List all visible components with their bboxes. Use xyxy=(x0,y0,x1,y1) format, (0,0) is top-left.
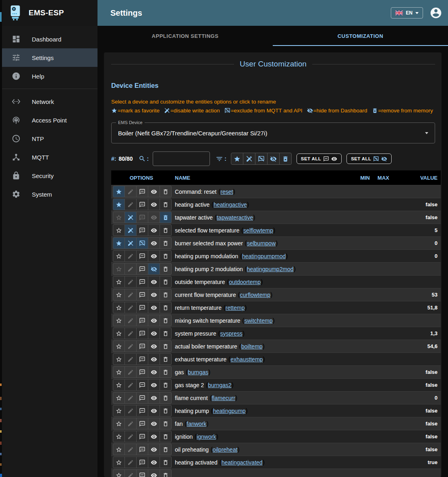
tab-application-settings[interactable]: APPLICATION SETTINGS xyxy=(97,26,273,46)
exclude-mqtt-button[interactable] xyxy=(136,263,148,275)
remove-memory-button[interactable] xyxy=(160,405,172,417)
hide-dashboard-button[interactable] xyxy=(148,353,160,365)
filter-exclude-mqtt-button[interactable] xyxy=(255,153,268,165)
entity-name-cell[interactable]: heating active (heatingactive) xyxy=(172,201,351,208)
remove-memory-button[interactable] xyxy=(160,186,172,197)
favorite-button[interactable] xyxy=(113,199,125,210)
favorite-button[interactable] xyxy=(113,340,125,352)
favorite-button[interactable] xyxy=(113,418,125,429)
disable-write-button[interactable] xyxy=(124,456,137,468)
sidebar-item-mqtt[interactable]: MQTT xyxy=(2,148,97,166)
exclude-mqtt-button[interactable] xyxy=(136,212,148,223)
hide-dashboard-button[interactable] xyxy=(148,199,160,210)
hide-dashboard-button[interactable] xyxy=(148,379,160,391)
entity-name-cell[interactable]: fan (fanwork) xyxy=(172,420,351,427)
disable-write-button[interactable] xyxy=(124,276,137,288)
sidebar-item-access-point[interactable]: Access Point xyxy=(2,111,97,129)
favorite-button[interactable] xyxy=(113,250,125,262)
exclude-mqtt-button[interactable] xyxy=(136,315,148,326)
exclude-mqtt-button[interactable] xyxy=(136,186,148,197)
hide-dashboard-button[interactable] xyxy=(148,456,160,468)
remove-memory-button[interactable] xyxy=(160,263,172,275)
disable-write-button[interactable] xyxy=(124,469,137,477)
favorite-button[interactable] xyxy=(113,444,125,455)
entity-code-link[interactable]: boiltemp xyxy=(241,343,263,350)
entity-name-cell[interactable]: heating pump (heatingpump) xyxy=(172,407,351,415)
hide-dashboard-button[interactable] xyxy=(148,276,160,288)
hide-dashboard-button[interactable] xyxy=(148,444,160,455)
hide-dashboard-button[interactable] xyxy=(148,366,160,378)
disable-write-button[interactable] xyxy=(124,366,137,378)
favorite-button[interactable] xyxy=(113,302,125,313)
entity-name-cell[interactable]: gas stage 2 (burngas2) xyxy=(172,382,351,389)
entity-name-cell[interactable]: selected flow temperature (selflowtemp) xyxy=(172,227,351,234)
entity-code-link[interactable]: tapwateractive xyxy=(217,214,253,221)
disable-write-button[interactable] xyxy=(124,444,137,455)
favorite-button[interactable] xyxy=(113,186,125,197)
entity-code-link[interactable]: heatingpump xyxy=(213,408,246,414)
hide-dashboard-button[interactable] xyxy=(148,224,160,236)
entity-name-cell[interactable]: actual boiler temperature (boiltemp) xyxy=(172,343,351,350)
disable-write-button[interactable] xyxy=(124,431,137,442)
sidebar-item-network[interactable]: Network xyxy=(2,92,97,111)
filter-favorite-button[interactable] xyxy=(231,153,243,165)
favorite-button[interactable] xyxy=(113,431,125,442)
filter-disable-write-button[interactable] xyxy=(243,153,255,165)
remove-memory-button[interactable] xyxy=(160,392,172,404)
disable-write-button[interactable] xyxy=(124,263,137,275)
exclude-mqtt-button[interactable] xyxy=(136,328,148,339)
entity-name-cell[interactable]: burner selected max power (selburnpow) xyxy=(172,240,351,247)
entity-code-link[interactable]: curflowtemp xyxy=(240,292,270,298)
entity-name-cell[interactable]: Command: reset (reset) xyxy=(172,188,351,195)
entity-code-link[interactable]: heatingactivated xyxy=(222,459,263,466)
entity-name-cell[interactable]: current flow temperature (curflowtemp) xyxy=(172,291,351,299)
entity-name-cell[interactable]: ignition (ignwork) xyxy=(172,433,351,440)
entity-name-cell[interactable]: flame current (flamecurr) xyxy=(172,394,351,402)
entity-name-cell[interactable]: gas (burngas) xyxy=(172,369,351,376)
hide-dashboard-button[interactable] xyxy=(148,469,160,477)
hide-dashboard-button[interactable] xyxy=(148,315,160,326)
entity-code-link[interactable]: oilpreheat xyxy=(213,446,238,453)
disable-write-button[interactable] xyxy=(124,224,137,236)
remove-memory-button[interactable] xyxy=(160,276,172,288)
disable-write-button[interactable] xyxy=(124,289,137,301)
hide-dashboard-button[interactable] xyxy=(148,431,160,442)
remove-memory-button[interactable] xyxy=(160,289,172,301)
disable-write-button[interactable] xyxy=(124,250,137,262)
exclude-mqtt-button[interactable] xyxy=(136,444,148,455)
hide-dashboard-button[interactable] xyxy=(148,392,160,404)
entity-code-link[interactable]: syspress xyxy=(220,330,242,337)
hide-dashboard-button[interactable] xyxy=(148,263,160,275)
favorite-button[interactable] xyxy=(113,224,125,236)
entity-code-link[interactable]: flamecurr xyxy=(212,395,235,401)
disable-write-button[interactable] xyxy=(124,315,137,326)
exclude-mqtt-button[interactable] xyxy=(136,289,148,301)
hide-dashboard-button[interactable] xyxy=(148,212,160,223)
tab-customization[interactable]: CUSTOMIZATION xyxy=(273,26,448,46)
entity-code-link[interactable]: burngas xyxy=(188,369,208,375)
sidebar-item-ntp[interactable]: NTP xyxy=(2,129,97,148)
favorite-button[interactable] xyxy=(113,315,125,326)
hide-dashboard-button[interactable] xyxy=(148,186,160,197)
disable-write-button[interactable] xyxy=(124,405,137,417)
hide-dashboard-button[interactable] xyxy=(148,405,160,417)
language-selector[interactable]: EN xyxy=(391,7,423,19)
remove-memory-button[interactable] xyxy=(160,353,172,365)
favorite-button[interactable] xyxy=(113,405,125,417)
remove-memory-button[interactable] xyxy=(160,431,172,442)
hide-dashboard-button[interactable] xyxy=(148,418,160,429)
exclude-mqtt-button[interactable] xyxy=(136,237,148,249)
favorite-button[interactable] xyxy=(113,392,125,404)
exclude-mqtt-button[interactable] xyxy=(136,276,148,288)
entity-code-link[interactable]: rettemp xyxy=(226,305,245,311)
sidebar-item-help[interactable]: Help xyxy=(2,67,97,85)
hide-dashboard-button[interactable] xyxy=(148,340,160,352)
hide-dashboard-button[interactable] xyxy=(148,237,160,249)
favorite-button[interactable] xyxy=(113,469,125,477)
filter-hide-dashboard-button[interactable] xyxy=(267,153,280,165)
favorite-button[interactable] xyxy=(113,276,125,288)
exclude-mqtt-button[interactable] xyxy=(136,340,148,352)
disable-write-button[interactable] xyxy=(124,379,137,391)
disable-write-button[interactable] xyxy=(124,212,137,223)
entity-name-cell[interactable]: system pressure (syspress) xyxy=(172,330,351,337)
